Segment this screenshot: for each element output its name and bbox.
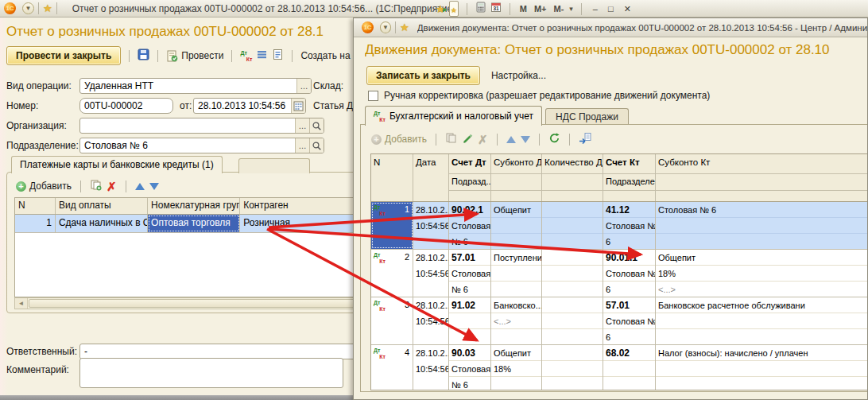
column-header-payment-type[interactable]: Вид оплаты xyxy=(56,198,148,214)
movement-row[interactable]: ДтКт 4 28.10.2... 10:54:56 90.03 Столова… xyxy=(371,345,868,390)
column-header-dt-account[interactable]: Счет Дт Подразд... xyxy=(449,154,491,201)
copy-icon[interactable] xyxy=(445,132,457,147)
responsible-field[interactable]: - xyxy=(79,344,359,359)
favorites-star-icon[interactable]: ★ xyxy=(400,22,409,33)
cell-dt-account[interactable]: 91.02 xyxy=(449,297,491,344)
cell-n[interactable]: ДтКт 3 xyxy=(371,297,413,344)
cell-n[interactable]: ДтКт 2 xyxy=(371,250,413,297)
manual-adjustment-label[interactable]: Ручная корректировка (разрешает редактир… xyxy=(384,90,710,101)
cell-contractor[interactable]: Розничная xyxy=(240,215,361,232)
cell-dt-quantity[interactable] xyxy=(542,250,603,297)
date-field[interactable]: 28.10.2013 10:54:56 xyxy=(193,98,306,114)
m-minus-button[interactable]: M- xyxy=(552,4,566,14)
cell-date[interactable]: 28.10.2... 10:54:56 xyxy=(413,297,449,344)
movement-row[interactable]: ДтКт 3 28.10.2... 10:54:56 91.02 Банковс… xyxy=(371,297,868,345)
add-row-button[interactable]: + Добавить xyxy=(371,134,427,145)
comment-field[interactable] xyxy=(79,358,343,388)
cell-n[interactable]: ДтКт 4 xyxy=(371,345,413,390)
cell-kt-subconto[interactable]: Банковское расчетное обслуживани xyxy=(656,297,868,344)
cell-n[interactable]: ДтКт 1 xyxy=(371,202,413,249)
column-header-kt-account[interactable]: Счет Кт Подразделе... xyxy=(603,154,656,201)
cell-item-group-selected[interactable]: Оптовая торговля xyxy=(148,215,240,232)
cell-dt-subconto[interactable]: Поступлени... xyxy=(491,250,542,297)
scroll-left-button[interactable]: ◄ xyxy=(15,298,28,309)
search-icon[interactable] xyxy=(309,118,324,133)
column-header-date[interactable]: Дата xyxy=(413,154,449,201)
m-plus-button[interactable]: M+ xyxy=(533,4,548,14)
post-and-close-button[interactable]: Провести и закрыть xyxy=(6,46,121,65)
close-button[interactable]: ✕ xyxy=(621,4,634,14)
onec-logo-icon[interactable]: 1C xyxy=(4,2,16,14)
cell-payment-type[interactable]: Сдача наличных в СБ xyxy=(56,215,148,232)
save-and-close-button[interactable]: Записать и закрыть xyxy=(366,66,480,85)
cell-date[interactable]: 28.10.2... 10:54:56 xyxy=(413,202,449,249)
cell-dt-quantity[interactable] xyxy=(542,345,603,390)
settings-button[interactable]: Настройка... xyxy=(491,70,546,81)
delete-icon[interactable]: ✗ xyxy=(478,134,488,146)
tab-vat-sales[interactable]: НДС Продажи xyxy=(545,108,629,126)
m-memory-button[interactable]: M xyxy=(518,4,529,14)
cell-kt-account[interactable]: 90.01.1 Столовая № 6 xyxy=(603,250,656,297)
dt-kt-icon[interactable]: ДтКт xyxy=(240,50,252,62)
add-to-favorites-icon[interactable]: ★➤ xyxy=(436,2,445,16)
favorites-star-icon[interactable]: ★ xyxy=(43,3,52,14)
ellipsis-button[interactable]: … xyxy=(295,138,309,153)
cell-kt-account[interactable]: 41.12 Столовая № 6 xyxy=(603,202,656,249)
calendar-icon[interactable]: 31 xyxy=(490,2,502,16)
cell-n[interactable]: 1 xyxy=(15,215,56,232)
column-header-n[interactable]: N xyxy=(15,198,56,214)
maximize-button[interactable]: □ xyxy=(605,4,617,14)
cell-dt-account[interactable]: 90.03 Столовая № 6 xyxy=(449,345,491,390)
cell-dt-subconto[interactable]: Общепит xyxy=(491,202,542,249)
list-icon[interactable] xyxy=(256,49,268,64)
cell-kt-subconto[interactable]: Столовая № 6 xyxy=(656,202,868,249)
scrollbar-thumb[interactable] xyxy=(29,299,360,308)
department-field[interactable]: Столовая № 6 … xyxy=(79,138,324,153)
memory-dropdown-icon[interactable]: ▾ xyxy=(569,5,573,13)
cell-dt-subconto[interactable]: Общепит 18% xyxy=(491,345,542,390)
refresh-icon[interactable] xyxy=(548,132,560,147)
horizontal-scrollbar[interactable]: ◄ xyxy=(14,297,362,309)
ellipsis-button[interactable]: … xyxy=(295,118,309,133)
cell-kt-subconto[interactable]: Налог (взносы): начислено / уплачен xyxy=(656,345,868,390)
column-header-item-group[interactable]: Номеклатурная группа xyxy=(148,198,240,214)
cell-kt-subconto[interactable]: Общепит 18% <...> xyxy=(656,250,868,297)
column-header-dt-subconto[interactable]: Субконто Дт xyxy=(491,154,542,201)
onec-logo-icon[interactable]: 1C xyxy=(362,21,374,33)
ellipsis-button[interactable]: … xyxy=(296,79,311,93)
favorites-box-icon[interactable]: ★ xyxy=(449,1,459,17)
operation-field[interactable]: Удаленная НТТ … xyxy=(79,78,312,94)
post-button[interactable]: Провести xyxy=(166,50,223,62)
go-to-end-icon[interactable] xyxy=(579,132,591,147)
search-icon[interactable] xyxy=(309,138,324,153)
window-menu-dropdown-icon[interactable]: ▼ xyxy=(380,21,391,33)
cell-date[interactable]: 28.10.2... 10:54:56 xyxy=(413,345,449,390)
minimize-button[interactable]: – xyxy=(590,4,601,14)
manual-adjustment-checkbox[interactable] xyxy=(368,91,378,101)
cell-kt-account[interactable]: 68.02 xyxy=(603,345,656,390)
column-header-contractor[interactable]: Контраген xyxy=(240,198,361,214)
delete-icon[interactable]: ✗ xyxy=(107,181,117,192)
move-up-icon[interactable] xyxy=(506,136,516,143)
tab-payment-cards[interactable]: Платежные карты и банковские кредиты (1) xyxy=(11,156,223,173)
window-menu-dropdown-icon[interactable]: ▼ xyxy=(22,2,34,14)
cell-dt-quantity[interactable] xyxy=(542,202,603,249)
report-icon[interactable] xyxy=(272,49,284,64)
movement-row[interactable]: ДтКт 2 28.10.2... 10:54:56 57.01 Столова… xyxy=(371,250,868,297)
copy-icon[interactable] xyxy=(90,179,102,194)
cell-dt-account[interactable]: 57.01 Столовая № 6 xyxy=(449,250,491,297)
column-header-dt-quantity[interactable]: Количество Дт xyxy=(542,154,603,201)
movement-row[interactable]: ДтКт 1 28.10.2... 10:54:56 90.02.1 Столо… xyxy=(371,202,868,250)
calendar-button[interactable] xyxy=(291,99,305,113)
cell-date[interactable]: 28.10.2... 10:54:56 xyxy=(413,250,449,297)
move-up-icon[interactable] xyxy=(135,183,145,190)
tab-accounting[interactable]: ДтКт Бухгалтерский и налоговый учет xyxy=(365,106,542,126)
cell-dt-subconto[interactable]: Банковско... <...> xyxy=(491,297,542,344)
tab-stub[interactable] xyxy=(238,158,310,173)
move-down-icon[interactable] xyxy=(521,136,530,143)
cell-kt-account[interactable]: 57.01 Столовая № 6 xyxy=(603,297,656,344)
organization-field[interactable]: … xyxy=(79,118,324,134)
column-header-n[interactable]: N xyxy=(371,154,413,201)
move-down-icon[interactable] xyxy=(149,183,159,190)
cell-dt-quantity[interactable] xyxy=(542,297,603,344)
